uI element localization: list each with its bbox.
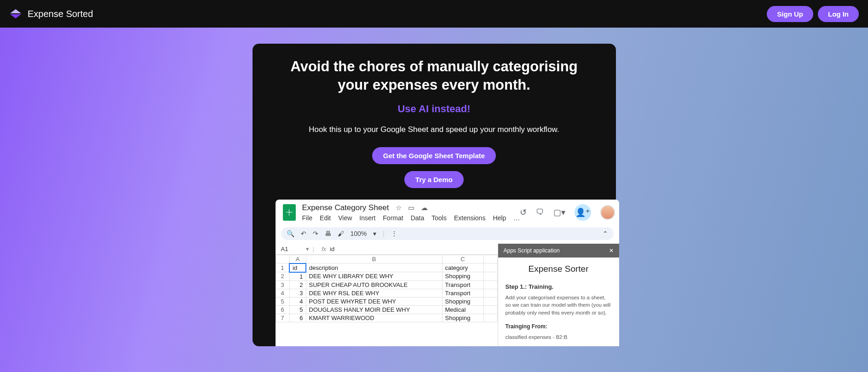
table-row: 5 4 POST DEE WHYRET DEE WHY Shopping: [276, 297, 497, 305]
cloud-icon[interactable]: ☁: [421, 204, 428, 212]
fx-label: fx: [322, 246, 326, 252]
menu-edit[interactable]: Edit: [320, 214, 331, 222]
logo-icon: [9, 7, 22, 20]
menu-bar: File Edit View Insert Format Data Tools …: [302, 214, 520, 222]
share-button[interactable]: 👤⁺: [575, 204, 591, 221]
col-header-a[interactable]: A: [289, 255, 306, 263]
user-avatar[interactable]: [600, 205, 615, 220]
step-description: Add your categorised expenses to a sheet…: [506, 294, 612, 317]
menu-view[interactable]: View: [338, 214, 352, 222]
signup-button[interactable]: Sign Up: [767, 6, 813, 22]
apps-script-sidebar: Apps Script application ✕ Expense Sorter…: [498, 244, 619, 346]
cellref-dropdown-icon[interactable]: ▾: [306, 246, 309, 252]
google-sheets-icon: [283, 204, 296, 221]
sidebar-app-title: Expense Sorter: [506, 264, 612, 274]
menu-data[interactable]: Data: [411, 214, 425, 222]
training-from-label: Trainging From:: [506, 323, 612, 330]
spreadsheet-grid[interactable]: A B C 1 id description category: [276, 255, 498, 322]
menu-insert[interactable]: Insert: [359, 214, 375, 222]
print-icon[interactable]: 🖶: [325, 230, 331, 237]
col-header-extra[interactable]: [483, 255, 497, 263]
nav-left: Expense Sorted: [9, 7, 93, 20]
collapse-toolbar-icon[interactable]: ⌃: [603, 230, 608, 237]
paint-format-icon[interactable]: 🖌: [338, 230, 344, 237]
sheets-toolbar: 🔍 ↶ ↷ 🖶 🖌 100% ▾ | ⋮ ⌃: [281, 227, 614, 240]
table-row: 3 2 SUPER CHEAP AUTO BROOKVALE Transport: [276, 280, 497, 289]
col-header-blank[interactable]: [276, 255, 289, 263]
nav-right: Sign Up Log In: [767, 6, 859, 22]
menu-file[interactable]: File: [302, 214, 313, 222]
step-title: Step 1.: Training.: [506, 283, 612, 290]
menu-format[interactable]: Format: [383, 214, 403, 222]
move-icon[interactable]: ▭: [408, 204, 414, 212]
table-row: 6 5 DOUGLASS HANLY MOIR DEE WHY Medical: [276, 305, 497, 314]
navbar: Expense Sorted Sign Up Log In: [0, 0, 868, 28]
more-toolbar-icon[interactable]: ⋮: [391, 230, 397, 237]
spreadsheet-area: A1 ▾ | fx id A B C: [276, 244, 498, 346]
hero-section: Avoid the chores of manually categorisin…: [0, 28, 868, 346]
brand-name[interactable]: Expense Sorted: [28, 9, 93, 19]
table-row: 7 6 KMART WARRIEWOOD Shopping: [276, 314, 497, 322]
training-from-value: classified expenses - B2:B: [506, 334, 612, 340]
try-demo-button[interactable]: Try a Demo: [404, 171, 464, 188]
subheadline: Use AI instead!: [276, 103, 593, 115]
history-icon[interactable]: ↺: [520, 207, 527, 217]
table-row: 4 3 DEE WHY RSL DEE WHY Transport: [276, 289, 497, 297]
col-header-c[interactable]: C: [442, 255, 483, 263]
star-icon[interactable]: ☆: [396, 204, 402, 212]
redo-icon[interactable]: ↷: [313, 230, 318, 237]
zoom-level[interactable]: 100%: [351, 230, 367, 237]
formula-bar-value[interactable]: id: [330, 246, 334, 252]
close-icon[interactable]: ✕: [609, 247, 614, 254]
menu-more[interactable]: …: [513, 214, 520, 222]
table-row: 2 1 DEE WHY LIBRARY DEE WHY Shopping: [276, 272, 497, 281]
col-header-b[interactable]: B: [306, 255, 442, 263]
get-template-button[interactable]: Get the Google Sheet Template: [372, 147, 496, 164]
menu-tools[interactable]: Tools: [431, 214, 447, 222]
sheets-header: Expense Category Sheet ☆ ▭ ☁ File Edit V…: [276, 200, 619, 225]
hero-card: Avoid the chores of manually categorisin…: [253, 44, 616, 346]
search-icon[interactable]: 🔍: [287, 230, 294, 237]
sheet-title[interactable]: Expense Category Sheet: [302, 203, 389, 212]
login-button[interactable]: Log In: [818, 6, 859, 22]
cell-reference[interactable]: A1: [278, 245, 306, 253]
menu-help[interactable]: Help: [493, 214, 506, 222]
table-row: 1 id description category: [276, 263, 497, 272]
tagline: Hook this up to your Google Sheet and sp…: [276, 125, 593, 134]
undo-icon[interactable]: ↶: [301, 230, 306, 237]
sidebar-header-title: Apps Script application: [504, 247, 560, 254]
comments-icon[interactable]: 🗨: [536, 207, 544, 217]
zoom-dropdown-icon[interactable]: ▾: [373, 230, 376, 237]
headline: Avoid the chores of manually categorisin…: [276, 57, 593, 95]
meet-icon[interactable]: ▢▾: [553, 207, 565, 217]
sheets-screenshot: Expense Category Sheet ☆ ▭ ☁ File Edit V…: [276, 200, 619, 346]
menu-extensions[interactable]: Extensions: [454, 214, 485, 222]
